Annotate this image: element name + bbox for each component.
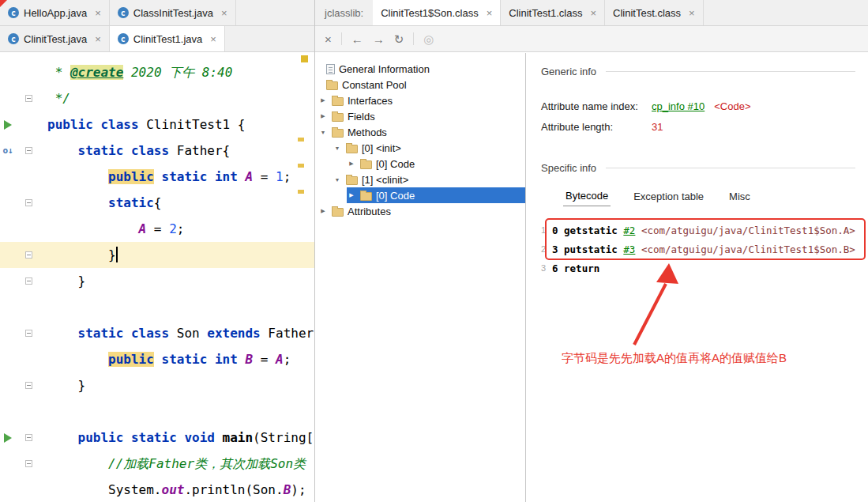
tree-item-general-information[interactable]: General Information	[318, 61, 525, 77]
tree-collapse-icon[interactable]: ▼	[333, 177, 342, 183]
attr-name-index-type: <Code>	[714, 100, 750, 112]
generic-info-title: Generic info	[541, 66, 596, 77]
fold-marker[interactable]	[25, 95, 32, 102]
gutter-line	[0, 294, 44, 320]
java-class-icon: c	[8, 33, 19, 44]
tab-classinittest-java[interactable]: cClassInitTest.java×	[110, 0, 236, 25]
code-line[interactable]: static class Son extends Father{	[44, 320, 314, 346]
tab-label: ClinitTest1.class	[509, 6, 582, 19]
tree-item-methods[interactable]: ▼Methods	[318, 124, 525, 140]
tree-expand-icon[interactable]: ▶	[347, 160, 356, 167]
tree-expand-icon[interactable]: ▶	[347, 192, 356, 198]
tab-misc[interactable]: Misc	[727, 186, 753, 206]
run-marker-icon[interactable]	[4, 433, 12, 443]
gutter-line	[0, 451, 44, 477]
java-class-icon: c	[8, 7, 19, 18]
web-icon[interactable]: ◎	[423, 33, 434, 45]
gutter-line	[0, 425, 44, 451]
subclass-marker-icon[interactable]: o↓	[2, 145, 13, 156]
tree-item-attributes[interactable]: ▶Attributes	[318, 203, 525, 219]
back-icon[interactable]: ←	[351, 33, 363, 45]
close-tab-icon[interactable]: ×	[210, 33, 216, 45]
scrollbar-marker	[298, 138, 304, 142]
fold-marker[interactable]	[25, 147, 32, 154]
gutter-line	[0, 320, 44, 346]
code-line[interactable]: }	[44, 372, 314, 398]
close-tab-icon[interactable]: ×	[95, 33, 101, 45]
code-line[interactable]: static{	[44, 190, 314, 216]
tree-label: [0] Code	[376, 157, 415, 170]
tree-item-0-init[interactable]: ▼[0] <init>	[333, 140, 525, 156]
constant-pool-link[interactable]: #2	[623, 225, 635, 236]
code-line[interactable]: A = 2;	[44, 216, 314, 242]
tree-item-0-code[interactable]: ▶[0] Code	[347, 156, 525, 172]
jclasslib-label: jclasslib:	[315, 0, 373, 25]
tree-item-0-code[interactable]: ▶[0] Code	[347, 187, 525, 203]
tree-expand-icon[interactable]: ▶	[318, 208, 328, 214]
code-line[interactable]: }	[44, 268, 314, 294]
code-line[interactable]	[44, 398, 314, 425]
tab-helloapp-java[interactable]: cHelloApp.java×	[0, 0, 110, 25]
code-line[interactable]: public static void main(String[] args) {	[44, 425, 314, 451]
code-line[interactable]: public class ClinitTest1 {	[44, 111, 314, 138]
tab-clinittest1-class[interactable]: ClinitTest1.class×	[501, 0, 605, 25]
tree-collapse-icon[interactable]: ▼	[318, 130, 328, 135]
code-line[interactable]: public static int B = A;	[44, 346, 314, 372]
tree-expand-icon[interactable]: ▶	[318, 97, 328, 104]
tree-item-fields[interactable]: ▶Fields	[318, 108, 525, 124]
gutter-line	[0, 242, 44, 268]
close-tab-icon[interactable]: ×	[487, 7, 493, 19]
jclasslib-toolbar: ×←→↻◎	[315, 26, 868, 52]
code-line[interactable]: }	[44, 242, 314, 268]
code-area[interactable]: * @create 2020 下午 8:40 */public class Cl…	[44, 53, 314, 502]
fold-marker[interactable]	[25, 330, 32, 337]
tree-item-interfaces[interactable]: ▶Interfaces	[318, 92, 525, 108]
close-icon[interactable]: ×	[325, 33, 332, 45]
fold-marker[interactable]	[25, 251, 32, 259]
fold-marker[interactable]	[25, 460, 32, 467]
fold-marker[interactable]	[25, 434, 32, 441]
gutter-line	[0, 164, 44, 190]
tab-bytecode[interactable]: Bytecode	[563, 186, 611, 206]
code-line[interactable]: //加载Father类，其次加载Son类	[44, 451, 314, 477]
close-tab-icon[interactable]: ×	[95, 7, 101, 19]
forward-icon[interactable]: →	[373, 33, 385, 45]
bytecode-line-number: 1	[541, 225, 552, 235]
tree-label: Fields	[348, 110, 375, 123]
folder-icon	[332, 113, 344, 122]
tab-clinittest-java[interactable]: cClinitTest.java×	[0, 26, 110, 51]
tab-exception-table[interactable]: Exception table	[631, 186, 706, 206]
code-line[interactable]: static class Father{	[44, 138, 314, 164]
folder-icon	[332, 129, 344, 138]
cp-info-link[interactable]: cp_info #10	[652, 100, 705, 112]
code-line[interactable]: */	[44, 85, 314, 111]
close-tab-icon[interactable]: ×	[221, 7, 227, 19]
code-line[interactable]: System.out.println(Son.B);	[44, 477, 314, 502]
folder-icon	[332, 97, 344, 106]
folder-icon	[346, 145, 358, 153]
code-editor[interactable]: o↓ * @create 2020 下午 8:40 */public class…	[0, 53, 314, 502]
corner-marker	[0, 0, 7, 7]
tab-clinittest-class[interactable]: ClinitTest.class×	[605, 0, 704, 25]
tree-expand-icon[interactable]: ▶	[318, 113, 328, 119]
code-line[interactable]	[44, 294, 314, 320]
divider	[606, 71, 855, 72]
tab-clinittest1-java[interactable]: cClinitTest1.java×	[110, 26, 225, 51]
refresh-icon[interactable]: ↻	[394, 33, 404, 45]
fold-marker[interactable]	[25, 382, 32, 389]
toolbar-separator	[413, 32, 414, 45]
tab-clinittest1-son-class[interactable]: ClinitTest1$Son.class×	[373, 0, 501, 25]
run-marker-icon[interactable]	[4, 120, 12, 130]
inspection-indicator[interactable]	[301, 55, 308, 62]
close-tab-icon[interactable]: ×	[590, 7, 596, 19]
tree-item-constant-pool[interactable]: Constant Pool	[318, 77, 525, 92]
fold-marker[interactable]	[25, 199, 32, 206]
tree-item-1-clinit[interactable]: ▼[1] <clinit>	[333, 172, 525, 187]
close-tab-icon[interactable]: ×	[689, 7, 695, 19]
editor-tab-row-2: cClinitTest.java×cClinitTest1.java×	[0, 26, 314, 52]
code-line[interactable]: * @create 2020 下午 8:40	[44, 59, 314, 85]
tree-collapse-icon[interactable]: ▼	[333, 145, 342, 151]
constant-pool-link[interactable]: #3	[623, 243, 635, 255]
fold-marker[interactable]	[25, 277, 32, 285]
code-line[interactable]: public static int A = 1;	[44, 164, 314, 190]
